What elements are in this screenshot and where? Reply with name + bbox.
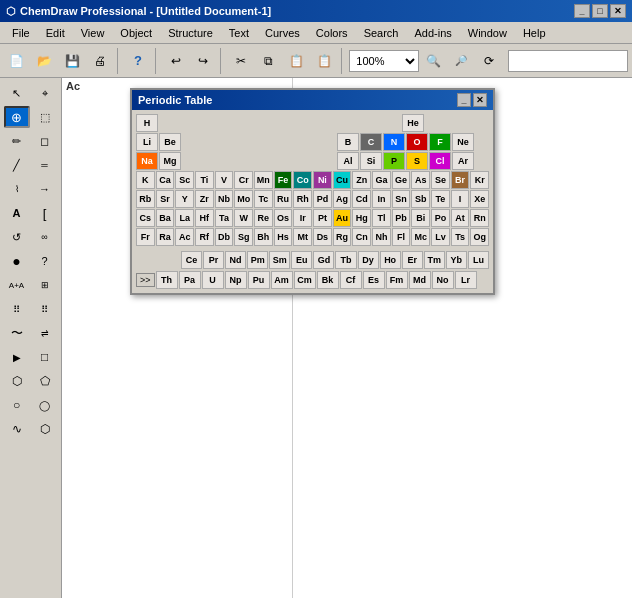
elem-Tm[interactable]: Tm bbox=[424, 251, 445, 269]
chain-tool[interactable]: ⌇ bbox=[4, 178, 30, 200]
close-button[interactable]: ✕ bbox=[610, 4, 626, 18]
elem-Ce[interactable]: Ce bbox=[181, 251, 202, 269]
elem-W[interactable]: W bbox=[234, 209, 253, 227]
elem-Al[interactable]: Al bbox=[337, 152, 359, 170]
elem-Cu[interactable]: Cu bbox=[333, 171, 352, 189]
elem-Mo[interactable]: Mo bbox=[234, 190, 253, 208]
minimize-button[interactable]: _ bbox=[574, 4, 590, 18]
elem-Sm[interactable]: Sm bbox=[269, 251, 290, 269]
elem-V[interactable]: V bbox=[215, 171, 234, 189]
elem-B[interactable]: B bbox=[337, 133, 359, 151]
reaction-tool[interactable]: ⇌ bbox=[32, 322, 58, 344]
elem-Np[interactable]: Np bbox=[225, 271, 247, 289]
elem-Na[interactable]: Na bbox=[136, 152, 158, 170]
elem-H[interactable]: H bbox=[136, 114, 158, 132]
elem-Tc[interactable]: Tc bbox=[254, 190, 273, 208]
elem-Bk[interactable]: Bk bbox=[317, 271, 339, 289]
elem-Zn[interactable]: Zn bbox=[352, 171, 371, 189]
elem-Rh[interactable]: Rh bbox=[293, 190, 312, 208]
wave-tool[interactable]: 〜 bbox=[4, 322, 30, 344]
elem-Mc[interactable]: Mc bbox=[411, 228, 430, 246]
bond-tool[interactable]: ╱ bbox=[4, 154, 30, 176]
menu-help[interactable]: Help bbox=[515, 25, 554, 41]
elem-Si[interactable]: Si bbox=[360, 152, 382, 170]
elem-Po[interactable]: Po bbox=[431, 209, 450, 227]
elem-P[interactable]: P bbox=[383, 152, 405, 170]
menu-edit[interactable]: Edit bbox=[38, 25, 73, 41]
elem-At[interactable]: At bbox=[451, 209, 470, 227]
eraser-tool[interactable]: ◻ bbox=[32, 130, 58, 152]
elem-Es[interactable]: Es bbox=[363, 271, 385, 289]
elem-Br[interactable]: Br bbox=[451, 171, 470, 189]
elem-Pa[interactable]: Pa bbox=[179, 271, 201, 289]
print-button[interactable]: 🖨 bbox=[87, 48, 113, 74]
elem-Ru[interactable]: Ru bbox=[274, 190, 293, 208]
elem-Ta[interactable]: Ta bbox=[215, 209, 234, 227]
elem-Nh[interactable]: Nh bbox=[372, 228, 391, 246]
elem-Pm[interactable]: Pm bbox=[247, 251, 268, 269]
menu-search[interactable]: Search bbox=[356, 25, 407, 41]
canvas-area[interactable]: Ac Periodic Table _ ✕ H He Li bbox=[62, 78, 632, 598]
elem-Mt[interactable]: Mt bbox=[293, 228, 312, 246]
dots-tool[interactable]: ⠿ bbox=[32, 298, 58, 320]
elem-C[interactable]: C bbox=[360, 133, 382, 151]
elem-Pr[interactable]: Pr bbox=[203, 251, 224, 269]
elem-Hf[interactable]: Hf bbox=[195, 209, 214, 227]
curve-tool[interactable]: ∿ bbox=[4, 418, 30, 440]
rotate-tool[interactable]: ↺ bbox=[4, 226, 30, 248]
elem-Ra[interactable]: Ra bbox=[156, 228, 175, 246]
elem-Co[interactable]: Co bbox=[293, 171, 312, 189]
dialog-close-button[interactable]: ✕ bbox=[473, 93, 487, 107]
elem-Pd[interactable]: Pd bbox=[313, 190, 332, 208]
elem-Nd[interactable]: Nd bbox=[225, 251, 246, 269]
elem-Pt[interactable]: Pt bbox=[313, 209, 332, 227]
elem-Ge[interactable]: Ge bbox=[392, 171, 411, 189]
play-tool[interactable]: ▶ bbox=[4, 346, 30, 368]
elem-Ir[interactable]: Ir bbox=[293, 209, 312, 227]
elem-Zr[interactable]: Zr bbox=[195, 190, 214, 208]
menu-window[interactable]: Window bbox=[460, 25, 515, 41]
menu-curves[interactable]: Curves bbox=[257, 25, 308, 41]
elem-Tb[interactable]: Tb bbox=[335, 251, 356, 269]
new-button[interactable]: 📄 bbox=[4, 48, 30, 74]
elem-Te[interactable]: Te bbox=[431, 190, 450, 208]
elem-Ts[interactable]: Ts bbox=[451, 228, 470, 246]
bond-double-tool[interactable]: ═ bbox=[32, 154, 58, 176]
ellipse-tool[interactable]: ◯ bbox=[32, 394, 58, 416]
elem-La[interactable]: La bbox=[175, 209, 194, 227]
elem-Ti[interactable]: Ti bbox=[195, 171, 214, 189]
elem-U[interactable]: U bbox=[202, 271, 224, 289]
elem-Cf[interactable]: Cf bbox=[340, 271, 362, 289]
menu-structure[interactable]: Structure bbox=[160, 25, 221, 41]
orbital-tool[interactable]: ∞ bbox=[32, 226, 58, 248]
elem-Am[interactable]: Am bbox=[271, 271, 293, 289]
menu-colors[interactable]: Colors bbox=[308, 25, 356, 41]
circle-tool[interactable]: ○ bbox=[4, 394, 30, 416]
elem-He[interactable]: He bbox=[402, 114, 424, 132]
elem-Cd[interactable]: Cd bbox=[352, 190, 371, 208]
elem-Ga[interactable]: Ga bbox=[372, 171, 391, 189]
maximize-button[interactable]: □ bbox=[592, 4, 608, 18]
3d-view-button[interactable]: ⟳ bbox=[476, 48, 502, 74]
elem-Sc[interactable]: Sc bbox=[175, 171, 194, 189]
elem-In[interactable]: In bbox=[372, 190, 391, 208]
menu-text[interactable]: Text bbox=[221, 25, 257, 41]
menu-file[interactable]: File bbox=[4, 25, 38, 41]
elem-Au[interactable]: Au bbox=[333, 209, 352, 227]
elem-Fr[interactable]: Fr bbox=[136, 228, 155, 246]
elem-Rb[interactable]: Rb bbox=[136, 190, 155, 208]
elem-Pb[interactable]: Pb bbox=[392, 209, 411, 227]
elem-Ac[interactable]: Ac bbox=[175, 228, 194, 246]
undo-button[interactable]: ↩ bbox=[163, 48, 189, 74]
elem-Cr[interactable]: Cr bbox=[234, 171, 253, 189]
menu-addins[interactable]: Add-ins bbox=[406, 25, 459, 41]
zoom-select[interactable]: 50% 75% 100% 150% 200% bbox=[349, 50, 418, 72]
elem-N[interactable]: N bbox=[383, 133, 405, 151]
elem-Lu[interactable]: Lu bbox=[468, 251, 489, 269]
more-button[interactable]: >> bbox=[136, 273, 155, 287]
elem-Lr[interactable]: Lr bbox=[455, 271, 477, 289]
elem-Sn[interactable]: Sn bbox=[392, 190, 411, 208]
elem-Ne[interactable]: Ne bbox=[452, 133, 474, 151]
elem-Ba[interactable]: Ba bbox=[156, 209, 175, 227]
elem-As[interactable]: As bbox=[411, 171, 430, 189]
